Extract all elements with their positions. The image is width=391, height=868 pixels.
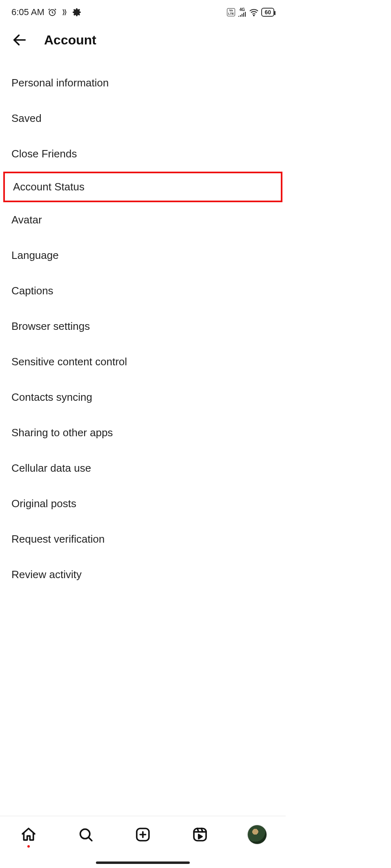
bottom-nav <box>0 816 286 853</box>
status-time: 6:05 AM <box>11 7 44 18</box>
menu-label: Saved <box>11 112 42 124</box>
menu-captions[interactable]: Captions <box>0 273 286 309</box>
menu-label: Request verification <box>11 533 104 545</box>
nav-create-button[interactable] <box>132 824 153 845</box>
page-title: Account <box>44 33 96 48</box>
menu-label: Account Status <box>13 181 84 193</box>
menu-browser-settings[interactable]: Browser settings <box>0 309 286 344</box>
menu-personal-information[interactable]: Personal information <box>0 65 286 101</box>
menu-label: Contacts syncing <box>11 391 92 403</box>
vibrate-icon <box>60 8 69 17</box>
menu-close-friends[interactable]: Close Friends <box>0 136 286 172</box>
menu-contacts-syncing[interactable]: Contacts syncing <box>0 380 286 415</box>
menu-avatar[interactable]: Avatar <box>0 202 286 238</box>
menu-label: Close Friends <box>11 148 77 160</box>
nav-search-button[interactable] <box>75 824 96 845</box>
menu-cellular-data-use[interactable]: Cellular data use <box>0 451 286 486</box>
menu-label: Cellular data use <box>11 462 91 474</box>
menu-label: Avatar <box>11 214 42 226</box>
menu-sensitive-content-control[interactable]: Sensitive content control <box>0 344 286 380</box>
menu-sharing-to-other-apps[interactable]: Sharing to other apps <box>0 415 286 451</box>
page-header: Account <box>0 23 286 57</box>
menu-label: Original posts <box>11 497 76 510</box>
battery-indicator: 60 <box>261 8 274 17</box>
svg-marker-9 <box>199 835 202 839</box>
settings-gear-icon <box>72 8 81 17</box>
alarm-icon <box>48 8 57 17</box>
status-bar: 6:05 AM VoLTE 4G 60 <box>0 0 286 23</box>
avatar-icon <box>247 825 267 844</box>
menu-label: Sharing to other apps <box>11 426 113 439</box>
svg-point-1 <box>253 15 254 16</box>
menu-label: Captions <box>11 285 53 297</box>
nav-profile-button[interactable] <box>247 824 268 845</box>
menu-review-activity[interactable]: Review activity <box>0 557 286 592</box>
svg-line-4 <box>89 837 92 840</box>
settings-list: Personal information Saved Close Friends… <box>0 57 286 592</box>
menu-label: Personal information <box>11 77 109 89</box>
volte-icon: VoLTE <box>227 8 235 16</box>
menu-label: Browser settings <box>11 320 90 332</box>
menu-label: Language <box>11 249 59 261</box>
menu-original-posts[interactable]: Original posts <box>0 486 286 521</box>
menu-label: Sensitive content control <box>11 356 127 368</box>
notification-dot-icon <box>27 845 30 848</box>
menu-language[interactable]: Language <box>0 238 286 273</box>
wifi-icon <box>249 8 259 16</box>
menu-label: Review activity <box>11 568 82 581</box>
nav-home-button[interactable] <box>18 824 39 845</box>
menu-saved[interactable]: Saved <box>0 101 286 136</box>
back-button[interactable] <box>11 32 28 48</box>
nav-reels-button[interactable] <box>189 824 211 845</box>
network-indicator: 4G <box>238 8 247 17</box>
menu-account-status[interactable]: Account Status <box>3 172 282 202</box>
home-indicator <box>96 861 190 864</box>
menu-request-verification[interactable]: Request verification <box>0 521 286 557</box>
